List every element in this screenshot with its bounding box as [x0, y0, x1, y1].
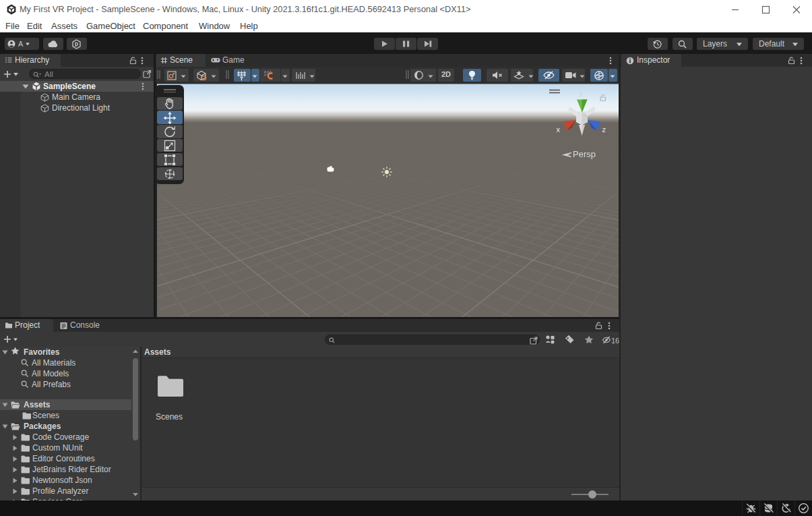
svg-text:y: y — [579, 89, 583, 97]
svg-text:16: 16 — [611, 337, 619, 345]
svg-text:Persp: Persp — [573, 149, 596, 159]
svg-text:A: A — [18, 40, 24, 48]
svg-text:x: x — [557, 125, 561, 134]
svg-text:z: z — [602, 125, 606, 134]
